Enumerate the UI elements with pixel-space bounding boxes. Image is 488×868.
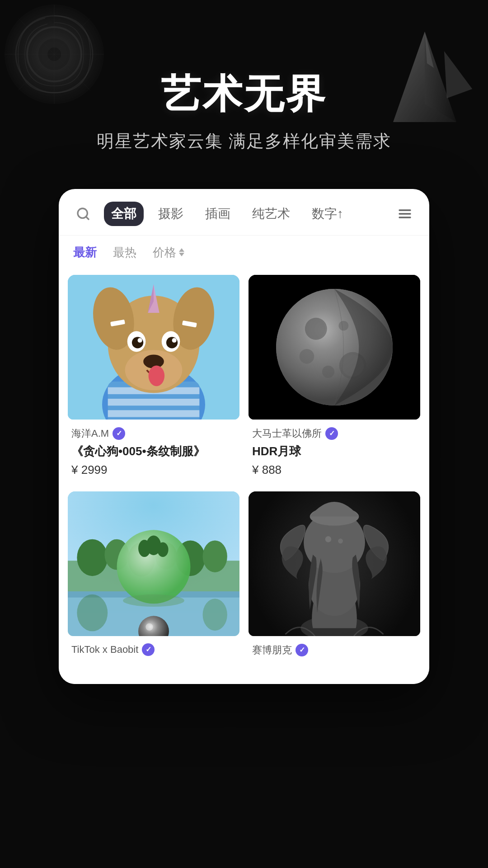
svg-rect-22	[108, 399, 200, 406]
price-arrow-up-icon	[179, 248, 184, 252]
svg-point-64	[157, 542, 168, 557]
artwork-2-artist-name: 大马士革以佛所	[252, 427, 322, 440]
search-icon	[76, 207, 90, 221]
svg-point-52	[77, 539, 108, 576]
verified-check-icon-2: ✓	[329, 429, 335, 438]
artwork-1-verified-badge: ✓	[113, 427, 125, 440]
artwork-1-price: ¥ 2999	[71, 463, 236, 477]
svg-point-47	[322, 366, 334, 378]
artwork-4-info: 赛博朋克 ✓	[249, 636, 420, 666]
sort-price[interactable]: 价格	[153, 245, 184, 260]
verified-check-icon-4: ✓	[299, 646, 305, 654]
svg-point-75	[338, 538, 343, 543]
tab-illustration[interactable]: 插画	[198, 202, 238, 226]
artwork-2-artist-row: 大马士革以佛所 ✓	[252, 427, 417, 440]
sort-bar: 最新 最热 价格	[59, 236, 429, 268]
artwork-image-sphere	[68, 491, 239, 636]
artwork-2-verified-badge: ✓	[325, 427, 338, 440]
sort-price-label: 价格	[153, 245, 176, 260]
svg-point-32	[138, 338, 142, 343]
verified-check-icon-3: ✓	[145, 645, 151, 654]
art-grid: 海洋A.M ✓ 《贪心狗•005•条纹制服》 ¥ 2999	[59, 268, 429, 666]
svg-point-48	[339, 321, 349, 330]
sort-hot[interactable]: 最热	[113, 245, 136, 260]
sort-latest[interactable]: 最新	[73, 245, 97, 260]
artwork-image-sculpture	[249, 491, 420, 636]
app-card: 全部 摄影 插画 纯艺术 数字↑ 最新 最热 价格	[59, 189, 429, 684]
verified-check-icon: ✓	[116, 429, 122, 438]
svg-line-14	[86, 217, 89, 219]
tab-fine-art[interactable]: 纯艺术	[245, 202, 297, 226]
artwork-3-artist-name: TikTok x Baobit	[71, 644, 138, 656]
svg-point-31	[166, 337, 178, 348]
svg-point-66	[145, 623, 153, 630]
artwork-2-title: HDR月球	[252, 444, 417, 459]
artwork-2-info: 大马士革以佛所 ✓ HDR月球 ¥ 888	[249, 420, 420, 482]
artwork-3-artist-row: TikTok x Baobit ✓	[71, 643, 236, 656]
artwork-item-1[interactable]: 海洋A.M ✓ 《贪心狗•005•条纹制服》 ¥ 2999	[68, 275, 239, 482]
artwork-1-artist-name: 海洋A.M	[71, 427, 109, 440]
hamburger-icon	[398, 207, 412, 221]
svg-point-49	[300, 349, 314, 364]
tab-photography[interactable]: 摄影	[151, 202, 191, 226]
artwork-3-verified-badge: ✓	[142, 643, 155, 656]
artwork-2-price: ¥ 888	[252, 463, 417, 477]
svg-point-30	[132, 337, 143, 348]
svg-point-74	[325, 536, 332, 542]
artwork-image-dog	[68, 275, 239, 420]
svg-point-61	[123, 594, 184, 606]
price-sort-arrows	[179, 248, 184, 256]
hero-title: 艺术无界	[0, 72, 488, 116]
svg-point-35	[149, 365, 164, 386]
artwork-1-info: 海洋A.M ✓ 《贪心狗•005•条纹制服》 ¥ 2999	[68, 420, 239, 482]
artwork-item-3[interactable]: TikTok x Baobit ✓	[68, 491, 239, 666]
svg-point-67	[77, 594, 108, 631]
svg-point-57	[203, 540, 227, 572]
svg-point-33	[172, 338, 177, 343]
svg-point-68	[203, 599, 227, 631]
artwork-image-moon	[249, 275, 420, 420]
price-arrow-down-icon	[179, 253, 184, 256]
category-tabs: 全部 摄影 插画 纯艺术 数字↑	[104, 202, 384, 226]
tab-digital[interactable]: 数字↑	[305, 202, 351, 226]
svg-point-44	[307, 320, 325, 338]
artwork-item-4[interactable]: 赛博朋克 ✓	[249, 491, 420, 666]
artwork-4-artist-name: 赛博朋克	[252, 643, 292, 657]
artwork-item-2[interactable]: 大马士革以佛所 ✓ HDR月球 ¥ 888	[249, 275, 420, 482]
artwork-1-artist-row: 海洋A.M ✓	[71, 427, 236, 440]
artwork-4-artist-row: 赛博朋克 ✓	[252, 643, 417, 657]
search-button[interactable]	[73, 204, 93, 224]
menu-button[interactable]	[395, 204, 415, 224]
tab-all[interactable]: 全部	[104, 202, 144, 226]
artwork-1-title: 《贪心狗•005•条纹制服》	[71, 444, 236, 459]
artwork-4-verified-badge: ✓	[296, 644, 308, 656]
hero-subtitle: 明星艺术家云集 满足多样化审美需求	[0, 130, 488, 153]
svg-rect-23	[108, 410, 200, 417]
filter-bar: 全部 摄影 插画 纯艺术 数字↑	[59, 189, 429, 236]
artwork-3-info: TikTok x Baobit ✓	[68, 636, 239, 665]
